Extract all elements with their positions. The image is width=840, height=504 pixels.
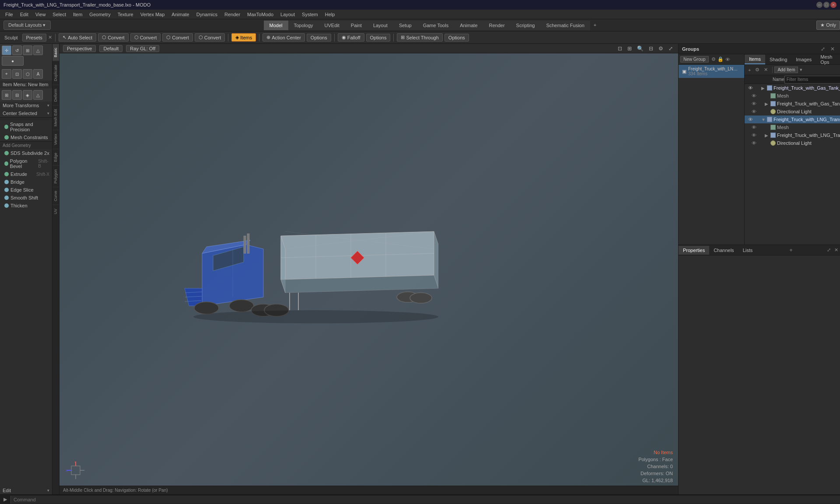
items-tab-items[interactable]: Items [745,55,765,64]
extrude-row[interactable]: Extrude Shift-X [0,170,52,178]
vtab-vertex[interactable]: Vertex [52,130,59,149]
menu-view[interactable]: View [32,11,49,18]
filter-items-input[interactable] [784,76,840,84]
menu-geometry[interactable]: Geometry [86,11,114,18]
add-item-btn[interactable]: Add Item [774,66,798,73]
magnet-icon[interactable]: ⊡ [12,69,22,79]
menu-vertexmap[interactable]: Vertex Map [137,11,168,18]
default-label[interactable]: Default [99,45,122,52]
tool3-3[interactable]: ◈ [23,90,32,100]
tree-item-7[interactable]: 👁 Directional Light [745,139,840,147]
tool3-4[interactable]: △ [33,90,43,100]
tab-animate[interactable]: Animate [454,21,483,30]
items-tab-shading[interactable]: Shading [765,55,791,64]
tree-item-6[interactable]: 👁 ▶ Freight_Truck_with_LNG_Transpor... [745,131,840,139]
vp-settings-btn[interactable]: ⚙ [657,45,665,52]
tab-setup[interactable]: Setup [393,21,417,30]
vtab-polygon[interactable]: Polygon [52,165,59,187]
vp-zoom-btn[interactable]: 🔍 [635,45,645,52]
maximize-btn[interactable]: □ [823,2,830,8]
vtab-curve[interactable]: Curve [52,187,59,205]
more-transforms-row[interactable]: More Transforms ▾ [0,102,52,109]
close-btn[interactable]: ✕ [830,2,836,8]
only-button[interactable]: ★ Only [816,21,840,30]
expand-0[interactable]: ▶ [761,86,766,91]
items-mode-btn[interactable]: ◈ Items [231,33,256,42]
groups-expand-btn[interactable]: ⤢ [819,46,827,52]
ray-gl-label[interactable]: Ray GL: Off [126,45,159,52]
add-item-dropdown[interactable]: ▾ [798,67,804,73]
tab-render[interactable]: Render [483,21,511,30]
item-menu-row[interactable]: Item Menu: New Item [0,80,52,88]
tool3-2[interactable]: ⊟ [12,90,22,100]
tree-item-5[interactable]: 👁 Mesh [745,123,840,131]
align-icon[interactable]: ⬡ [23,69,32,79]
convert-btn-3[interactable]: ⬡ Convert [162,33,193,42]
vtab-uv[interactable]: UV [52,205,59,218]
menu-dynamics[interactable]: Dynamics [193,11,221,18]
convert-btn-1[interactable]: ⬡ Convert [98,33,129,42]
scale-tool-icon[interactable]: ⊞ [23,46,32,55]
tab-gametools[interactable]: Game Tools [417,21,455,30]
select-through-btn[interactable]: ⊞ Select Through [397,33,442,42]
perspective-label[interactable]: Perspective [63,45,96,52]
tab-topology[interactable]: Topology [288,21,319,30]
presets-btn[interactable]: Presets [22,34,46,42]
auto-select-btn[interactable]: ↖ Auto Select [59,33,96,42]
prop-close-btn[interactable]: ✕ [833,246,840,254]
edit-row[interactable]: Edit ▾ [0,486,52,494]
prop-add-btn[interactable]: + [787,246,795,254]
menu-select[interactable]: Select [49,11,70,18]
menu-texture[interactable]: Texture [114,11,137,18]
group-item-freight-truck[interactable]: ▣ Freight_Truck_with_LNG_Trans... 334 It… [679,65,744,78]
menu-animate[interactable]: Animate [168,11,192,18]
tree-item-2[interactable]: 👁 ▶ Freight_Truck_with_Gas_Tank_LNG [745,100,840,108]
items-tab-images[interactable]: Images [791,55,816,64]
expand-2[interactable]: ▶ [765,102,769,106]
window-controls[interactable]: ─ □ ✕ [816,2,836,8]
options2-btn[interactable]: Options [366,34,391,42]
vp-expand-btn[interactable]: ⤢ [667,45,675,52]
vtab-meshedit[interactable]: Mesh Edit [52,105,59,130]
menu-edit[interactable]: Edit [17,11,32,18]
vtab-edge[interactable]: Edge [52,149,59,165]
layout-dropdown[interactable]: Default Layouts ▾ [4,21,51,30]
move-tool-icon[interactable]: ● [2,56,24,66]
menu-item[interactable]: Item [70,11,86,18]
snaps-precision-row[interactable]: Snaps and Precision [0,120,52,133]
rotate-tool-icon[interactable]: ↺ [12,46,22,55]
bridge-row[interactable]: Bridge [0,178,52,186]
vp-wireframe-btn[interactable]: ⊞ [626,45,634,52]
expand-4[interactable]: ▼ [761,117,766,122]
prop-tab-lists[interactable]: Lists [738,246,757,255]
command-arrow[interactable]: ▶ [0,497,10,502]
convert-btn-2[interactable]: ⬡ Convert [130,33,161,42]
add-tab-btn[interactable]: + [590,21,600,30]
items-tab-meshops[interactable]: Mesh Ops [816,52,840,66]
polygon-bevel-row[interactable]: Polygon Bevel Shift-B [0,157,52,170]
falloff-btn[interactable]: ◉ Falloff [338,33,364,42]
center-selected-row[interactable]: Center Selected ▾ [0,109,52,117]
vtab-basic[interactable]: Basic [52,44,59,61]
thicken-row[interactable]: Thicken [0,202,52,210]
prop-expand-btn[interactable]: ⤢ [825,246,833,254]
smooth-shift-row[interactable]: Smooth Shift [0,194,52,202]
vp-shading-btn[interactable]: ⊡ [616,45,624,52]
tree-item-1[interactable]: 👁 Mesh [745,92,840,100]
tab-model[interactable]: Model [264,21,288,30]
sds-subdivide-row[interactable]: SDS Subdivide 2x [0,149,52,157]
expand-6[interactable]: ▶ [765,133,769,138]
action-center-btn[interactable]: ⊕ Action Center [262,33,305,42]
tab-scripting[interactable]: Scripting [511,21,541,30]
tab-uvedit[interactable]: UVEdit [319,21,345,30]
text-tool-icon[interactable]: A [33,69,43,79]
tool3-1[interactable]: ⊞ [2,90,11,100]
vtab-duplicate[interactable]: Duplicate [52,61,59,85]
tab-schematic[interactable]: Schematic Fusion [540,21,590,30]
options1-btn[interactable]: Options [307,34,331,42]
viewport-3d[interactable]: No Items Polygons : Face Channels: 0 Def… [60,53,678,494]
minimize-btn[interactable]: ─ [816,2,822,8]
tree-item-3[interactable]: 👁 Directional Light [745,108,840,116]
convert-btn-4[interactable]: ⬡ Convert [195,33,225,42]
snap-icon[interactable]: ⌖ [2,69,11,79]
